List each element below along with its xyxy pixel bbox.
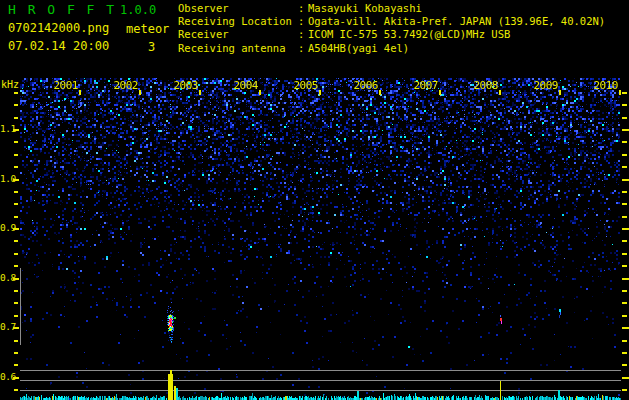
colon: : xyxy=(298,15,308,28)
frequency-unit-label: kHz xyxy=(1,79,19,90)
station-info: Observer:Masayuki Kobayashi Receiving Lo… xyxy=(178,2,628,55)
info-row-observer: Observer:Masayuki Kobayashi xyxy=(178,2,628,15)
freq-label-1.1: 1.1 xyxy=(0,123,14,134)
time-label-2004: 2004 xyxy=(224,79,258,92)
freq-minor-tick xyxy=(14,265,18,267)
freq-minor-tick xyxy=(622,290,627,292)
antenna-label: Receiving antenna xyxy=(178,42,298,55)
freq-major-tick xyxy=(13,278,19,280)
freq-minor-tick xyxy=(622,352,627,354)
observer-label: Observer xyxy=(178,2,298,15)
freq-minor-tick xyxy=(14,302,18,304)
freq-label-0.6: 0.6 xyxy=(0,371,14,382)
observer-value: Masayuki Kobayashi xyxy=(308,2,422,15)
freq-minor-tick xyxy=(14,117,18,119)
freq-minor-tick xyxy=(622,92,627,94)
spectrogram-canvas xyxy=(20,78,621,400)
time-label-2003: 2003 xyxy=(164,79,198,92)
freq-major-tick xyxy=(13,377,19,379)
freq-major-tick xyxy=(13,129,19,131)
time-label-2002: 2002 xyxy=(104,79,138,92)
freq-minor-tick xyxy=(622,191,627,193)
freq-minor-tick xyxy=(14,352,18,354)
freq-minor-tick xyxy=(14,203,18,205)
location-label: Receiving Location xyxy=(178,15,298,28)
freq-minor-tick xyxy=(622,117,627,119)
time-label-2009: 2009 xyxy=(524,79,558,92)
meteor-count: 3 xyxy=(148,40,155,54)
info-row-location: Receiving Location:Ogata-vill. Akita-Pre… xyxy=(178,15,628,28)
freq-minor-tick xyxy=(622,315,627,317)
freq-minor-tick xyxy=(14,240,18,242)
freq-minor-tick xyxy=(14,141,18,143)
freq-minor-tick xyxy=(14,191,18,193)
freq-major-tick xyxy=(13,228,19,230)
freq-label-0.7: 0.7 xyxy=(0,321,14,332)
freq-major-tick xyxy=(13,327,19,329)
location-value: Ogata-vill. Akita-Pref. JAPAN (139.96E, … xyxy=(308,15,605,28)
receiver-value: ICOM IC-575 53.7492(@LCD)MHz USB xyxy=(308,28,510,41)
output-filename: 0702142000.png xyxy=(8,21,109,35)
antenna-value: A504HB(yagi 4el) xyxy=(308,42,409,55)
time-label-2005: 2005 xyxy=(284,79,318,92)
freq-minor-tick xyxy=(622,154,627,156)
freq-minor-tick xyxy=(622,240,627,242)
freq-minor-tick xyxy=(622,216,627,218)
freq-minor-tick xyxy=(622,166,627,168)
freq-minor-tick xyxy=(14,216,18,218)
freq-minor-tick xyxy=(622,141,627,143)
app-version: 1.0.0 xyxy=(120,3,156,17)
freq-minor-tick xyxy=(14,389,18,391)
freq-label-0.8: 0.8 xyxy=(0,272,14,283)
freq-minor-tick xyxy=(622,265,627,267)
freq-minor-tick xyxy=(14,154,18,156)
freq-minor-tick xyxy=(622,253,627,255)
freq-minor-tick xyxy=(622,340,627,342)
freq-minor-tick xyxy=(14,315,18,317)
freq-minor-tick xyxy=(622,104,627,106)
time-label-2001: 2001 xyxy=(44,79,78,92)
freq-major-tick xyxy=(622,377,629,379)
colon: : xyxy=(298,42,308,55)
freq-label-1.0: 1.0 xyxy=(0,173,14,184)
freq-major-tick xyxy=(622,179,629,181)
freq-label-0.9: 0.9 xyxy=(0,222,14,233)
time-label-2010: 2010 xyxy=(584,79,618,92)
hrofft-window: H R O F F T 1.0.0 0702142000.png meteor … xyxy=(0,0,629,400)
colon: : xyxy=(298,2,308,15)
colon: : xyxy=(298,28,308,41)
mode-label: meteor xyxy=(126,22,169,36)
time-label-2006: 2006 xyxy=(344,79,378,92)
freq-minor-tick xyxy=(14,364,18,366)
time-label-2008: 2008 xyxy=(464,79,498,92)
freq-minor-tick xyxy=(622,302,627,304)
freq-minor-tick xyxy=(14,92,18,94)
freq-minor-tick xyxy=(622,364,627,366)
observation-datetime: 07.02.14 20:00 xyxy=(8,39,109,53)
info-row-antenna: Receiving antenna:A504HB(yagi 4el) xyxy=(178,42,628,55)
freq-minor-tick xyxy=(622,203,627,205)
freq-minor-tick xyxy=(14,166,18,168)
receiver-label: Receiver xyxy=(178,28,298,41)
freq-major-tick xyxy=(622,278,629,280)
freq-major-tick xyxy=(13,179,19,181)
freq-minor-tick xyxy=(14,104,18,106)
app-title: H R O F F T xyxy=(8,2,116,17)
freq-major-tick xyxy=(622,228,629,230)
info-row-receiver: Receiver:ICOM IC-575 53.7492(@LCD)MHz US… xyxy=(178,28,628,41)
time-label-2007: 2007 xyxy=(404,79,438,92)
freq-minor-tick xyxy=(14,253,18,255)
freq-minor-tick xyxy=(622,389,627,391)
freq-minor-tick xyxy=(14,290,18,292)
freq-major-tick xyxy=(622,129,629,131)
freq-minor-tick xyxy=(14,340,18,342)
freq-major-tick xyxy=(622,327,629,329)
